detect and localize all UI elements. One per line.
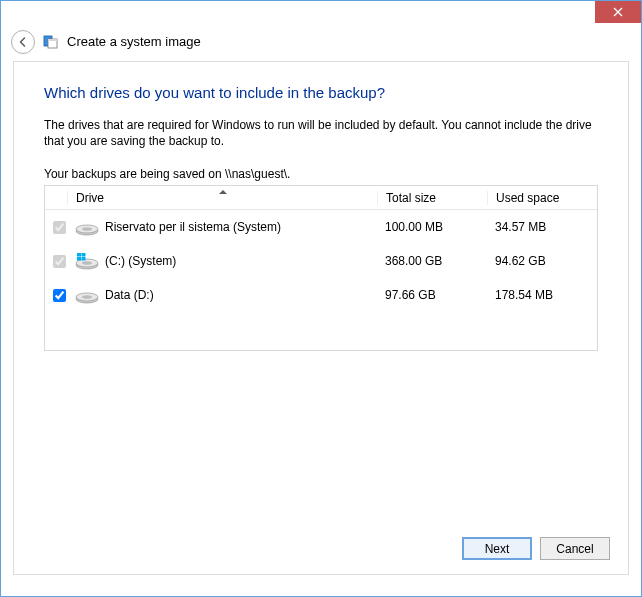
drive-total: 368.00 GB	[377, 254, 487, 268]
close-icon	[613, 7, 623, 17]
table-header: Drive Total size Used space	[45, 186, 597, 210]
wizard-header: Create a system image	[1, 23, 641, 61]
svg-point-15	[82, 296, 92, 300]
svg-rect-10	[82, 253, 86, 257]
svg-rect-12	[82, 257, 86, 261]
svg-rect-2	[48, 39, 57, 41]
drive-checkbox[interactable]	[53, 255, 66, 268]
back-arrow-icon	[17, 36, 29, 48]
sort-ascending-icon	[219, 190, 227, 194]
drives-table: Drive Total size Used space Riservato pe…	[44, 185, 598, 351]
page-explain: The drives that are required for Windows…	[44, 117, 598, 149]
next-button[interactable]: Next	[462, 537, 532, 560]
column-header-total[interactable]: Total size	[377, 191, 487, 205]
drive-checkbox[interactable]	[53, 221, 66, 234]
system-image-icon	[43, 34, 59, 50]
drive-icon	[75, 218, 99, 236]
drive-windows-icon	[75, 252, 99, 270]
drive-total: 97.66 GB	[377, 288, 487, 302]
close-button[interactable]	[595, 1, 641, 23]
drive-name: Data (D:)	[105, 288, 154, 302]
svg-point-5	[82, 228, 92, 232]
drive-used: 94.62 GB	[487, 254, 597, 268]
svg-point-8	[82, 262, 92, 266]
drive-total: 100.00 MB	[377, 220, 487, 234]
drive-icon	[75, 286, 99, 304]
column-header-used[interactable]: Used space	[487, 191, 597, 205]
table-row[interactable]: Data (D:) 97.66 GB 178.54 MB	[45, 278, 597, 312]
cancel-button[interactable]: Cancel	[540, 537, 610, 560]
page-heading: Which drives do you want to include in t…	[44, 84, 598, 101]
titlebar	[1, 1, 641, 23]
table-row[interactable]: (C:) (System) 368.00 GB 94.62 GB	[45, 244, 597, 278]
drive-name: (C:) (System)	[105, 254, 176, 268]
back-button[interactable]	[11, 30, 35, 54]
drive-checkbox[interactable]	[53, 289, 66, 302]
column-label: Drive	[76, 191, 104, 205]
wizard-footer: Next Cancel	[462, 537, 610, 560]
wizard-content: Which drives do you want to include in t…	[13, 61, 629, 575]
drive-used: 178.54 MB	[487, 288, 597, 302]
svg-rect-9	[77, 253, 81, 257]
drive-used: 34.57 MB	[487, 220, 597, 234]
drive-name: Riservato per il sistema (System)	[105, 220, 281, 234]
column-header-drive[interactable]: Drive	[67, 191, 377, 205]
svg-rect-11	[77, 257, 81, 261]
table-row[interactable]: Riservato per il sistema (System) 100.00…	[45, 210, 597, 244]
wizard-title: Create a system image	[67, 34, 201, 49]
save-location-line: Your backups are being saved on \\nas\gu…	[44, 167, 598, 181]
